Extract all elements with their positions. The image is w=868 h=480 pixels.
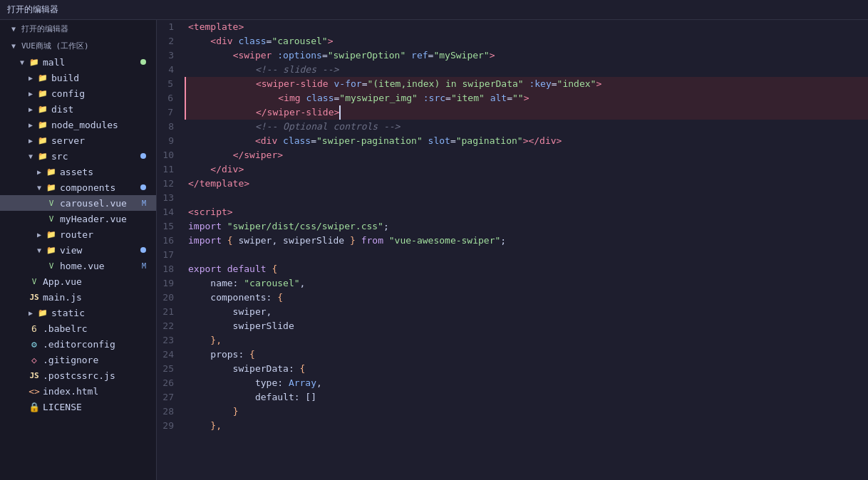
line-number: 6 [157,91,185,105]
line-content: components: { [185,291,868,305]
editorconfig-label: .editorconfig [43,339,115,350]
line-number: 29 [157,419,185,433]
git-icon: ◇ [29,355,40,365]
sidebar-item-components[interactable]: 📁 components [0,179,156,195]
arrow-components [37,184,46,192]
line-number: 16 [157,234,185,248]
carousel-vue-badge: M [142,199,150,207]
sidebar-item-index-html[interactable]: <> index.html [0,383,156,399]
line-number: 2 [157,34,185,48]
line-number: 26 [157,376,185,390]
line-content [185,191,868,205]
line-content: <template> [185,20,868,34]
table-row: 7 </swiper-slide> [157,105,868,120]
line-number: 20 [157,291,185,305]
sidebar-item-home-vue[interactable]: V home.vue M [0,258,156,273]
arrow-src [29,152,37,160]
sidebar-item-mall[interactable]: 📁 mall [0,54,156,70]
arrow-assets [37,168,46,176]
sidebar-item-static[interactable]: 📁 static [0,305,156,320]
line-content: </swiper> [185,148,868,162]
sidebar-item-app-vue[interactable]: V App.vue [0,273,156,289]
line-number: 3 [157,48,185,63]
vue-icon-myheader: V [46,214,57,224]
line-content: default: [] [185,390,868,405]
sidebar-section-project[interactable]: VUE商城 (工作区) [0,37,156,54]
sidebar-item-editorconfig[interactable]: ⚙ .editorconfig [0,336,156,352]
arrow-server [29,137,37,145]
sidebar-item-build[interactable]: 📁 build [0,70,156,85]
line-content: }, [185,333,868,348]
sidebar-item-license[interactable]: 🔒 LICENSE [0,399,156,414]
editor-area[interactable]: 1<template>2 <div class="carousel">3 <sw… [157,20,868,480]
sidebar-item-server[interactable]: 📁 server [0,132,156,148]
sidebar-item-babelrc[interactable]: 6 .babelrc [0,320,156,336]
table-row: 11 </div> [157,162,868,177]
table-row: 26 type: Array, [157,376,868,390]
line-number: 12 [157,177,185,191]
project-label: VUE商城 (工作区) [21,41,89,51]
line-number: 27 [157,390,185,405]
folder-icon-assets: 📁 [46,167,57,177]
table-row: 23 }, [157,333,868,348]
sidebar-item-node-modules[interactable]: 📁 node_modules [0,117,156,132]
table-row: 2 <div class="carousel"> [157,34,868,48]
sidebar-item-config[interactable]: 📁 config [0,85,156,101]
line-number: 11 [157,162,185,177]
sidebar-section-open-editors[interactable]: 打开的编辑器 [0,20,156,37]
line-content: <!-- slides --> [185,63,868,77]
sidebar-item-postcssrc[interactable]: JS .postcssrc.js [0,367,156,383]
line-number: 9 [157,134,185,148]
mall-dot [140,59,146,65]
table-row: 14<script> [157,205,868,219]
table-row: 3 <swiper :options="swiperOption" ref="m… [157,48,868,63]
vue-icon-home: V [46,261,57,271]
src-dot [140,153,146,159]
table-row: 15import "swiper/dist/css/swiper.css"; [157,219,868,234]
line-content: }, [185,419,868,433]
components-label: components [60,182,115,193]
folder-icon-src: 📁 [37,152,48,161]
node-modules-label: node_modules [51,120,118,130]
sidebar-item-carousel-vue[interactable]: V carousel.vue M [0,195,156,211]
sidebar-item-src[interactable]: 📁 src [0,148,156,164]
line-content: props: { [185,348,868,362]
home-vue-badge: M [142,262,150,270]
line-content: type: Array, [185,376,868,390]
line-number: 25 [157,362,185,376]
sidebar-item-dist[interactable]: 📁 dist [0,101,156,117]
table-row: 1<template> [157,20,868,34]
line-content [185,248,868,262]
sidebar-item-assets[interactable]: 📁 assets [0,164,156,179]
line-content: <div class="carousel"> [185,34,868,48]
line-content: <img class="myswiper_img" :src="item" al… [185,91,868,105]
line-number: 8 [157,120,185,134]
sidebar-item-main-js[interactable]: JS main.js [0,289,156,305]
carousel-vue-label: carousel.vue [60,198,127,209]
code-table: 1<template>2 <div class="carousel">3 <sw… [157,20,868,433]
sidebar-item-router[interactable]: 📁 router [0,226,156,242]
src-label: src [51,151,68,162]
table-row: 25 swiperData: { [157,362,868,376]
line-content: <!-- Optional controls --> [185,120,868,134]
folder-icon-node-modules: 📁 [37,120,48,130]
index-html-label: index.html [43,386,98,397]
gitignore-label: .gitignore [43,355,98,365]
line-number: 10 [157,148,185,162]
babelrc-label: .babelrc [43,323,88,334]
table-row: 27 default: [] [157,390,868,405]
arrow-view [37,246,46,254]
folder-icon-mall: 📁 [29,58,40,67]
sidebar-item-myheader-vue[interactable]: V myHeader.vue [0,211,156,226]
line-number: 15 [157,219,185,234]
config-label: config [51,88,85,99]
line-number: 21 [157,305,185,319]
arrow-open-editors [11,25,20,33]
arrow-dist [29,105,37,113]
home-vue-label: home.vue [60,261,105,271]
server-label: server [51,135,85,146]
line-number: 24 [157,348,185,362]
sidebar-item-view[interactable]: 📁 view [0,242,156,258]
sidebar-item-gitignore[interactable]: ◇ .gitignore [0,352,156,367]
arrow-node-modules [29,121,37,129]
